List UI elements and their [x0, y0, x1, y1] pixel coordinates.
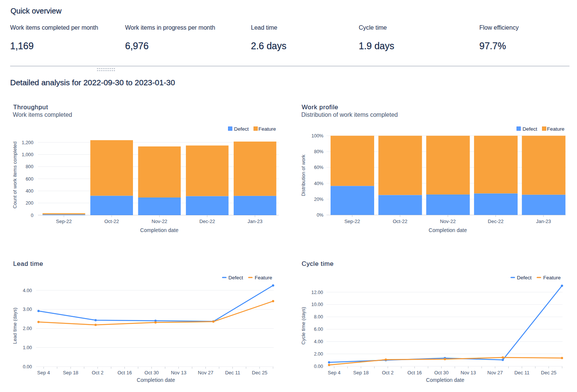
svg-text:Oct-22: Oct-22	[104, 219, 119, 224]
svg-text:Feature: Feature	[547, 126, 565, 132]
svg-text:Sep 4: Sep 4	[37, 370, 50, 375]
svg-text:Sep 18: Sep 18	[63, 370, 78, 375]
svg-text:400: 400	[26, 188, 33, 194]
svg-text:10.00: 10.00	[311, 302, 323, 307]
svg-text:Defect: Defect	[228, 275, 243, 280]
svg-text:Jan-23: Jan-23	[536, 219, 551, 224]
svg-text:60%: 60%	[314, 165, 323, 170]
svg-text:Nov 27: Nov 27	[198, 370, 213, 375]
svg-text:0%: 0%	[317, 213, 323, 218]
svg-text:Defect: Defect	[234, 126, 249, 132]
svg-text:Dec-22: Dec-22	[199, 219, 215, 224]
svg-text:0.00: 0.00	[314, 364, 323, 369]
svg-text:Lead time: Lead time	[13, 260, 43, 267]
svg-text:Dec 11: Dec 11	[514, 370, 529, 375]
svg-text:3.00: 3.00	[23, 307, 32, 312]
svg-text:Defect: Defect	[517, 275, 532, 280]
svg-text:Sep-22: Sep-22	[56, 219, 72, 224]
svg-text:600: 600	[26, 176, 33, 182]
svg-text:0: 0	[31, 213, 33, 218]
svg-text:Completion date: Completion date	[426, 377, 464, 383]
svg-text:Sep 18: Sep 18	[353, 370, 369, 375]
svg-text:Oct 16: Oct 16	[118, 370, 132, 375]
svg-text:Feature: Feature	[258, 126, 276, 132]
svg-text:Sep 4: Sep 4	[328, 370, 341, 375]
svg-text:200: 200	[26, 201, 33, 206]
svg-text:Nov-22: Nov-22	[440, 219, 456, 224]
svg-text:Dec-22: Dec-22	[488, 219, 504, 224]
svg-text:Cycle time (days): Cycle time (days)	[301, 307, 306, 344]
svg-text:1.00: 1.00	[23, 345, 32, 350]
svg-text:4.00: 4.00	[23, 288, 32, 293]
svg-text:1,200: 1,200	[22, 140, 33, 145]
svg-text:2.00: 2.00	[23, 326, 32, 331]
svg-text:Jan-23: Jan-23	[248, 219, 263, 224]
svg-text:Dec 25: Dec 25	[252, 370, 267, 375]
svg-text:Count of work items completed: Count of work items completed	[12, 142, 18, 208]
svg-text:40%: 40%	[314, 181, 323, 186]
svg-text:Nov 27: Nov 27	[487, 370, 503, 375]
svg-text:20%: 20%	[314, 197, 323, 202]
svg-text:2.00: 2.00	[314, 351, 323, 357]
svg-text:Nov 13: Nov 13	[461, 370, 476, 375]
svg-text:12.00: 12.00	[311, 290, 323, 295]
svg-text:0.00: 0.00	[23, 364, 32, 369]
svg-text:Work items completed: Work items completed	[13, 112, 72, 118]
svg-text:Oct 2: Oct 2	[92, 370, 103, 375]
svg-text:Oct 2: Oct 2	[382, 370, 394, 375]
svg-text:Oct 16: Oct 16	[408, 370, 422, 375]
svg-text:8.00: 8.00	[314, 314, 323, 320]
svg-text:Distribution of work: Distribution of work	[301, 154, 306, 196]
svg-text:4.00: 4.00	[314, 339, 323, 344]
svg-text:Throughput: Throughput	[13, 104, 48, 111]
svg-text:1,000: 1,000	[22, 152, 33, 157]
svg-text:Lead time (days): Lead time (days)	[12, 308, 18, 344]
svg-text:6.00: 6.00	[314, 327, 323, 332]
svg-text:Cycle time: Cycle time	[302, 260, 334, 267]
svg-text:100%: 100%	[311, 133, 323, 139]
svg-text:Nov-22: Nov-22	[151, 219, 167, 224]
svg-text:Completion date: Completion date	[429, 227, 467, 233]
svg-text:Completion date: Completion date	[137, 377, 175, 383]
svg-text:Defect: Defect	[523, 126, 537, 132]
svg-text:80%: 80%	[314, 149, 323, 154]
svg-text:Nov 13: Nov 13	[171, 370, 186, 375]
svg-text:Dec 11: Dec 11	[225, 370, 240, 375]
svg-text:Oct 30: Oct 30	[434, 370, 449, 375]
svg-text:Distribution of work items com: Distribution of work items completed	[301, 112, 398, 118]
svg-text:Feature: Feature	[543, 275, 561, 280]
svg-text:800: 800	[26, 164, 33, 169]
svg-text:Completion date: Completion date	[140, 227, 178, 233]
svg-text:Sep-22: Sep-22	[344, 219, 360, 224]
svg-text:Oct-22: Oct-22	[393, 219, 407, 224]
svg-text:Feature: Feature	[255, 275, 272, 280]
svg-text:Oct 30: Oct 30	[145, 370, 159, 375]
svg-text:Dec 25: Dec 25	[541, 370, 556, 375]
svg-text:Work profile: Work profile	[302, 104, 338, 111]
